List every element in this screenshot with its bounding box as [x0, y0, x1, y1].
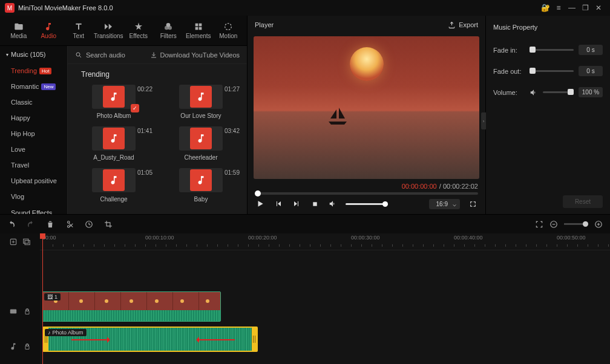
tab-motion[interactable]: Motion: [214, 16, 244, 45]
sidebar-item-vlog[interactable]: Vlog: [0, 189, 67, 204]
trim-arrow-left: [198, 339, 235, 340]
playhead[interactable]: [42, 233, 43, 364]
clip-handle-right[interactable]: [252, 328, 257, 351]
add-track-icon[interactable]: [9, 238, 18, 246]
fadeout-label: Fade out:: [493, 68, 525, 75]
split-button[interactable]: [65, 220, 74, 229]
export-button[interactable]: Export: [448, 21, 478, 29]
undo-button[interactable]: [7, 220, 16, 229]
audio-card[interactable]: 01:59Baby: [160, 168, 242, 203]
audio-card[interactable]: 01:27Our Love Story: [160, 85, 242, 119]
key-icon[interactable]: 🔐: [539, 2, 552, 13]
sidebar-item-hiphop[interactable]: Hip Hop: [0, 126, 67, 141]
properties-panel: › Music Property Fade in: 0 s Fade out: …: [485, 16, 610, 214]
clip-badge: 🖼 1: [44, 293, 61, 301]
sidebar-item-travel[interactable]: Travel: [0, 157, 67, 173]
download-youtube-link[interactable]: Download YouTube Videos: [150, 51, 240, 59]
volume-value[interactable]: 100 %: [579, 87, 603, 97]
timeline-toolbar: [0, 214, 610, 233]
audio-card[interactable]: 00:22✓Photo Album: [73, 85, 155, 119]
tab-effects[interactable]: Effects: [123, 16, 154, 45]
audio-card[interactable]: 01:05Challenge: [73, 168, 155, 203]
speaker-icon: [530, 88, 538, 97]
next-button[interactable]: [291, 198, 302, 209]
search-audio[interactable]: Search audio: [75, 51, 139, 59]
panel-collapse-toggle[interactable]: ›: [481, 112, 486, 129]
sidebar-item-upbeat[interactable]: Upbeat positive: [0, 173, 67, 189]
preview-sun: [350, 47, 384, 81]
tab-media[interactable]: Media: [4, 16, 34, 45]
volume-icon[interactable]: [327, 198, 338, 209]
svg-rect-9: [313, 202, 316, 206]
zoom-fit-button[interactable]: [535, 220, 543, 229]
preview-window[interactable]: [254, 36, 479, 179]
audio-track[interactable]: ♪ Photo Album: [40, 324, 610, 359]
audio-track-icon: [9, 342, 18, 351]
svg-rect-5: [195, 27, 198, 30]
progress-handle[interactable]: [255, 190, 261, 197]
sidebar-item-romantic[interactable]: RomanticNew: [0, 79, 67, 94]
zoom-out-button[interactable]: [549, 220, 558, 229]
sidebar-item-trending[interactable]: TrendingHot: [0, 63, 67, 79]
search-icon: [75, 51, 82, 59]
track-layers-icon[interactable]: [22, 238, 31, 246]
tab-filters[interactable]: Filters: [154, 16, 184, 45]
audio-library: Search audio Download YouTube Videos Tre…: [68, 46, 247, 214]
maximize-button[interactable]: ❐: [579, 2, 592, 13]
close-button[interactable]: ✕: [592, 2, 605, 13]
menu-icon[interactable]: ≡: [552, 2, 565, 13]
delete-button[interactable]: [46, 220, 54, 229]
sidebar-group-soundeffects[interactable]: Sound Effects (47): [0, 204, 67, 214]
sidebar-item-classic[interactable]: Classic: [0, 94, 67, 110]
audio-card[interactable]: 03:42Cheerleader: [160, 126, 242, 161]
fadein-slider[interactable]: [530, 49, 574, 51]
player-title: Player: [255, 21, 274, 28]
fadeout-slider[interactable]: [530, 70, 574, 72]
video-track[interactable]: 🖼 1: [40, 289, 610, 324]
progress-bar[interactable]: [255, 192, 478, 195]
fadeout-value[interactable]: 0 s: [579, 66, 603, 76]
app-title: MiniTool MovieMaker Free 8.0.0: [18, 4, 539, 11]
play-button[interactable]: [255, 198, 266, 209]
aspect-ratio-select[interactable]: 16:9: [429, 199, 460, 209]
tab-elements[interactable]: Elements: [183, 16, 214, 45]
app-logo: M: [5, 3, 15, 13]
tab-text[interactable]: Text: [64, 16, 94, 45]
fadein-label: Fade in:: [493, 47, 525, 54]
redo-button[interactable]: [27, 220, 35, 229]
timeline-ruler[interactable]: 00:0000:00:10:0000:00:20:0000:00:30:0000…: [40, 233, 610, 250]
category-sidebar: Music (105) TrendingHot RomanticNew Clas…: [0, 46, 68, 214]
top-tabs: Media Audio Text Transitions Effects Fil…: [0, 16, 247, 46]
sidebar-item-happy[interactable]: Happy: [0, 110, 67, 126]
volume-slider-prop[interactable]: [543, 91, 574, 93]
time-current: 00:00:00:00: [402, 183, 437, 190]
timeline-tracks[interactable]: 00:0000:00:10:0000:00:20:0000:00:30:0000…: [40, 233, 610, 364]
video-lock-icon[interactable]: [24, 308, 31, 315]
crop-button[interactable]: [104, 220, 113, 229]
preview-boat: [326, 106, 350, 125]
sidebar-item-love[interactable]: Love: [0, 141, 67, 157]
svg-rect-4: [198, 24, 202, 27]
tab-transitions[interactable]: Transitions: [94, 16, 124, 45]
audio-card[interactable]: 01:41A_Dusty_Road: [73, 126, 155, 161]
zoom-slider[interactable]: [564, 223, 588, 225]
audio-lock-icon[interactable]: [24, 343, 31, 350]
stop-button[interactable]: [309, 198, 320, 209]
reset-button[interactable]: Reset: [563, 195, 603, 208]
zoom-in-button[interactable]: [594, 220, 603, 229]
svg-rect-15: [25, 241, 30, 245]
video-track-icon: [9, 307, 18, 316]
volume-slider[interactable]: [346, 203, 388, 205]
sidebar-group-music[interactable]: Music (105): [0, 46, 67, 63]
properties-title: Music Property: [493, 21, 603, 34]
minimize-button[interactable]: —: [565, 2, 579, 13]
fullscreen-button[interactable]: [467, 198, 478, 209]
library-panel: Media Audio Text Transitions Effects Fil…: [0, 16, 247, 214]
speed-button[interactable]: [85, 220, 93, 229]
video-clip[interactable]: 🖼 1: [42, 291, 221, 322]
audio-clip[interactable]: ♪ Photo Album: [42, 327, 258, 352]
svg-point-8: [76, 53, 80, 56]
tab-audio[interactable]: Audio: [34, 16, 64, 45]
prev-button[interactable]: [273, 198, 284, 209]
fadein-value[interactable]: 0 s: [579, 45, 603, 55]
